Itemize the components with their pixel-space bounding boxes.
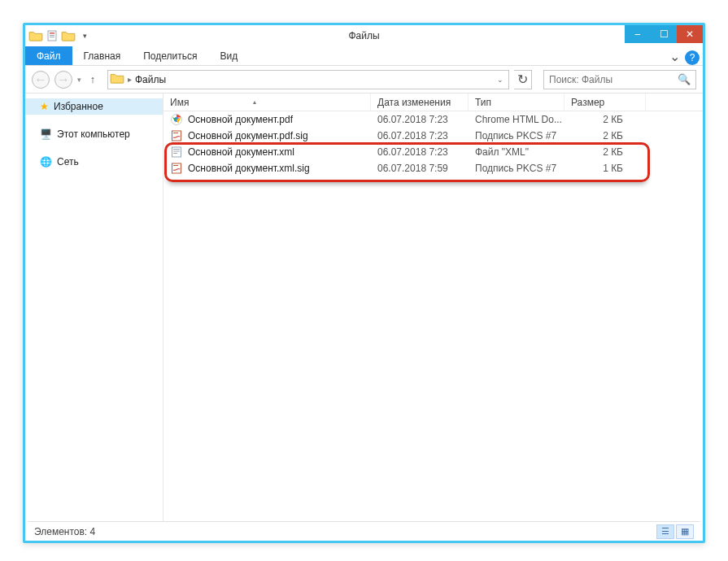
search-box[interactable]: 🔍 bbox=[543, 70, 696, 89]
file-icon bbox=[170, 129, 183, 142]
svg-rect-11 bbox=[173, 153, 177, 154]
column-type[interactable]: Тип bbox=[469, 94, 565, 111]
svg-rect-6 bbox=[172, 131, 181, 141]
sidebar-item-favorites[interactable]: ★ Избранное bbox=[25, 98, 163, 115]
minimize-button[interactable]: ‒ bbox=[625, 25, 651, 43]
window-title: Файлы bbox=[25, 30, 703, 41]
svg-rect-13 bbox=[173, 165, 178, 166]
file-icon bbox=[170, 113, 183, 126]
folder-icon bbox=[28, 28, 43, 43]
file-name: Основной документ.pdf.sig bbox=[188, 130, 308, 141]
address-bar[interactable]: ▸ Файлы ⌄ bbox=[107, 70, 509, 89]
maximize-button[interactable]: ☐ bbox=[651, 25, 677, 43]
file-type: Файл "XML" bbox=[469, 146, 565, 158]
file-size: 2 КБ bbox=[565, 114, 646, 125]
svg-rect-8 bbox=[172, 147, 181, 157]
address-dropdown-icon[interactable]: ⌄ bbox=[494, 76, 507, 84]
recent-dropdown-icon[interactable]: ▾ bbox=[77, 76, 81, 84]
close-button[interactable]: ✕ bbox=[677, 25, 703, 43]
file-size: 2 КБ bbox=[565, 130, 646, 141]
file-date: 06.07.2018 7:59 bbox=[371, 163, 469, 174]
sidebar-item-network[interactable]: 🌐 Сеть bbox=[25, 154, 163, 170]
sidebar-label: Сеть bbox=[57, 156, 79, 167]
search-input[interactable] bbox=[549, 74, 678, 85]
file-row[interactable]: Основной документ.xml06.07.2018 7:23Файл… bbox=[163, 144, 703, 160]
column-modified[interactable]: Дата изменения bbox=[371, 94, 469, 111]
column-size[interactable]: Размер bbox=[565, 94, 646, 111]
file-date: 06.07.2018 7:23 bbox=[371, 114, 469, 125]
properties-icon[interactable] bbox=[45, 28, 59, 43]
computer-icon: 🖥️ bbox=[40, 128, 52, 140]
window-controls: ‒ ☐ ✕ bbox=[625, 25, 703, 43]
navigation-bar: ← → ▾ ↑ ▸ Файлы ⌄ ↻ 🔍 bbox=[25, 66, 703, 94]
svg-rect-10 bbox=[173, 151, 180, 152]
tab-home[interactable]: Главная bbox=[72, 46, 133, 65]
file-icon bbox=[170, 162, 183, 175]
svg-rect-9 bbox=[173, 149, 180, 150]
new-folder-icon[interactable] bbox=[61, 28, 76, 43]
forward-button[interactable]: → bbox=[54, 71, 72, 89]
item-count: Элементов: 4 bbox=[34, 526, 95, 537]
network-icon: 🌐 bbox=[40, 156, 52, 167]
sidebar-item-this-pc[interactable]: 🖥️ Этот компьютер bbox=[25, 126, 163, 142]
file-size: 2 КБ bbox=[565, 146, 646, 158]
file-name: Основной документ.pdf bbox=[188, 114, 293, 125]
file-list: Имя ▴ Дата изменения Тип Размер Основной… bbox=[163, 94, 703, 521]
details-view-button[interactable]: ☰ bbox=[656, 524, 674, 539]
tab-view[interactable]: Вид bbox=[208, 46, 249, 65]
explorer-window: ▾ Файлы ‒ ☐ ✕ Файл Главная Поделиться Ви… bbox=[23, 23, 705, 543]
back-button[interactable]: ← bbox=[32, 71, 50, 89]
column-name[interactable]: Имя ▴ bbox=[163, 94, 371, 111]
svg-rect-3 bbox=[50, 37, 54, 37]
tab-share[interactable]: Поделиться bbox=[132, 46, 208, 65]
star-icon: ★ bbox=[40, 101, 49, 112]
file-name: Основной документ.xml bbox=[188, 146, 294, 158]
folder-icon bbox=[110, 72, 124, 87]
address-segment[interactable]: Файлы bbox=[135, 74, 166, 85]
file-date: 06.07.2018 7:23 bbox=[371, 130, 469, 141]
up-button[interactable]: ↑ bbox=[86, 73, 99, 85]
view-toggles: ☰ ▦ bbox=[656, 524, 694, 539]
icons-view-button[interactable]: ▦ bbox=[676, 524, 694, 539]
qat-dropdown-icon[interactable]: ▾ bbox=[77, 28, 92, 43]
search-icon[interactable]: 🔍 bbox=[678, 73, 691, 85]
sort-indicator-icon: ▴ bbox=[253, 98, 256, 106]
column-label: Имя bbox=[170, 97, 189, 108]
svg-rect-1 bbox=[50, 33, 54, 34]
tab-file[interactable]: Файл bbox=[25, 46, 72, 65]
column-headers: Имя ▴ Дата изменения Тип Размер bbox=[163, 94, 703, 111]
file-icon bbox=[170, 146, 183, 159]
file-row[interactable]: Основной документ.xml.sig06.07.2018 7:59… bbox=[163, 160, 703, 176]
refresh-button[interactable]: ↻ bbox=[514, 70, 532, 89]
file-name: Основной документ.xml.sig bbox=[188, 163, 310, 174]
ribbon-expand-icon[interactable]: ⌄ bbox=[669, 46, 680, 66]
help-icon[interactable]: ? bbox=[685, 50, 700, 65]
file-type: Подпись PKCS #7 bbox=[469, 130, 565, 141]
sidebar-label: Этот компьютер bbox=[57, 128, 130, 140]
svg-rect-2 bbox=[50, 35, 54, 36]
svg-rect-12 bbox=[172, 163, 181, 173]
file-row[interactable]: Основной документ.pdf.sig06.07.2018 7:23… bbox=[163, 128, 703, 144]
file-type: Подпись PKCS #7 bbox=[469, 163, 565, 174]
navigation-pane: ★ Избранное 🖥️ Этот компьютер 🌐 Сеть bbox=[25, 94, 163, 521]
file-row[interactable]: Основной документ.pdf06.07.2018 7:23Chro… bbox=[163, 111, 703, 128]
ribbon-tabs: Файл Главная Поделиться Вид ⌄ ? bbox=[25, 46, 703, 66]
file-size: 1 КБ bbox=[565, 163, 646, 174]
sidebar-label: Избранное bbox=[54, 101, 103, 112]
status-bar: Элементов: 4 ☰ ▦ bbox=[28, 521, 700, 541]
title-bar: ▾ Файлы ‒ ☐ ✕ bbox=[25, 25, 703, 46]
svg-rect-7 bbox=[173, 133, 178, 133]
body: ★ Избранное 🖥️ Этот компьютер 🌐 Сеть Имя… bbox=[25, 94, 703, 521]
file-type: Chrome HTML Do... bbox=[469, 114, 565, 125]
chevron-right-icon[interactable]: ▸ bbox=[128, 75, 132, 84]
quick-access-toolbar: ▾ bbox=[25, 28, 92, 43]
file-date: 06.07.2018 7:23 bbox=[371, 146, 469, 158]
